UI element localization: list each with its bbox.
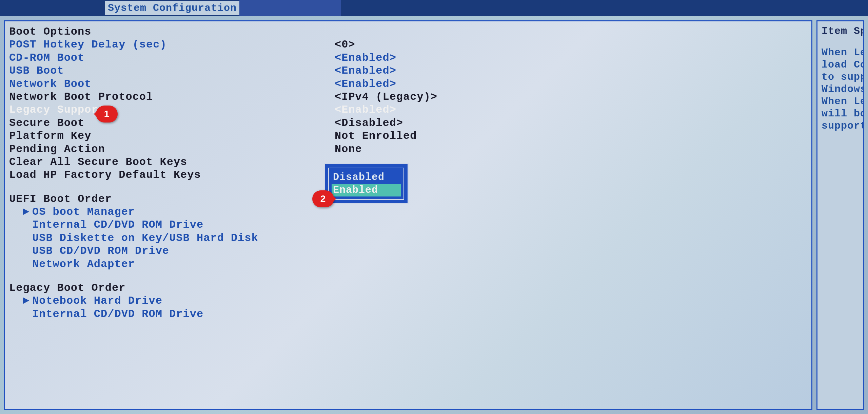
setting-label: Load HP Factory Default Keys (9, 169, 335, 182)
help-text: When Legload Comto suppoWindows When Leg… (822, 46, 859, 132)
setting-label: Clear All Secure Boot Keys (9, 156, 335, 169)
setting-value[interactable]: Not Enrolled (335, 130, 807, 143)
setting-label: Pending Action (9, 143, 335, 156)
setting-row[interactable]: Pending ActionNone (9, 143, 807, 156)
boot-order-item[interactable]: Internal CD/DVD ROM Drive (9, 219, 807, 231)
setting-row[interactable]: POST Hotkey Delay (sec)<0> (9, 38, 807, 51)
legacy-boot-order-header: Legacy Boot Order (9, 282, 807, 295)
bios-title: System Configuration (105, 1, 239, 15)
setting-value[interactable]: None (335, 143, 807, 156)
setting-value[interactable]: <IPv4 (Legacy)> (335, 91, 807, 104)
help-pane: Item Sp When Legload Comto suppoWindows … (816, 20, 864, 410)
setting-row: Boot Options (9, 25, 807, 38)
title-bar-spacer (239, 0, 341, 16)
boot-order-item[interactable]: ►Notebook Hard Drive (9, 295, 807, 307)
setting-label: Legacy Support (9, 104, 335, 116)
popup-option[interactable]: Enabled (332, 184, 401, 197)
settings-list: Boot OptionsPOST Hotkey Delay (sec)<0>CD… (9, 25, 807, 182)
setting-row[interactable]: Secure Boot<Disabled> (9, 117, 807, 130)
setting-value[interactable]: <Enabled> (335, 52, 807, 64)
setting-value[interactable]: <Enabled> (335, 64, 807, 77)
setting-label: POST Hotkey Delay (sec) (9, 38, 335, 51)
setting-label: Network Boot (9, 78, 335, 91)
settings-pane: Boot OptionsPOST Hotkey Delay (sec)<0>CD… (4, 20, 812, 410)
main-container: Boot OptionsPOST Hotkey Delay (sec)<0>CD… (0, 16, 868, 414)
boot-item-label: Notebook Hard Drive (32, 295, 162, 307)
boot-item-label: USB CD/DVD ROM Drive (32, 245, 169, 258)
boot-order-item[interactable]: USB CD/DVD ROM Drive (9, 245, 807, 258)
boot-item-label: Network Adapter (32, 258, 135, 271)
setting-value[interactable]: <Disabled> (335, 117, 807, 130)
setting-row[interactable]: Network Boot<Enabled> (9, 78, 807, 91)
arrow-icon: ► (23, 206, 32, 219)
setting-label: Platform Key (9, 130, 335, 143)
setting-value[interactable]: <Enabled> (335, 78, 807, 91)
boot-item-label: USB Diskette on Key/USB Hard Disk (32, 232, 258, 245)
bios-title-bar: System Configuration (0, 0, 868, 16)
uefi-boot-order-list[interactable]: ►OS boot ManagerInternal CD/DVD ROM Driv… (9, 206, 807, 271)
help-title: Item Sp (822, 25, 859, 37)
setting-label: USB Boot (9, 64, 335, 77)
setting-row[interactable]: Platform KeyNot Enrolled (9, 130, 807, 143)
arrow-icon: ► (23, 295, 32, 307)
boot-order-item[interactable]: USB Diskette on Key/USB Hard Disk (9, 232, 807, 245)
boot-item-label: Internal CD/DVD ROM Drive (32, 308, 203, 321)
setting-row[interactable]: CD-ROM Boot<Enabled> (9, 52, 807, 64)
setting-row[interactable]: USB Boot<Enabled> (9, 64, 807, 77)
annotation-callout: 1 (96, 106, 118, 123)
setting-row[interactable]: Network Boot Protocol<IPv4 (Legacy)> (9, 91, 807, 104)
setting-label: CD-ROM Boot (9, 52, 335, 64)
popup-option[interactable]: Disabled (332, 171, 401, 184)
setting-label: Boot Options (9, 25, 335, 38)
setting-label: Secure Boot (9, 117, 335, 130)
boot-order-item[interactable]: Internal CD/DVD ROM Drive (9, 308, 807, 321)
boot-order-item[interactable]: ►OS boot Manager (9, 206, 807, 219)
setting-row[interactable]: Legacy Support<Enabled> (9, 104, 807, 116)
annotation-callout: 2 (312, 190, 334, 207)
boot-order-item[interactable]: Network Adapter (9, 258, 807, 271)
setting-value[interactable]: <0> (335, 38, 807, 51)
setting-value[interactable]: <Enabled> (335, 104, 807, 116)
boot-item-label: OS boot Manager (32, 206, 135, 219)
setting-label: Network Boot Protocol (9, 91, 335, 104)
boot-item-label: Internal CD/DVD ROM Drive (32, 219, 203, 231)
legacy-boot-order-list[interactable]: ►Notebook Hard DriveInternal CD/DVD ROM … (9, 295, 807, 321)
